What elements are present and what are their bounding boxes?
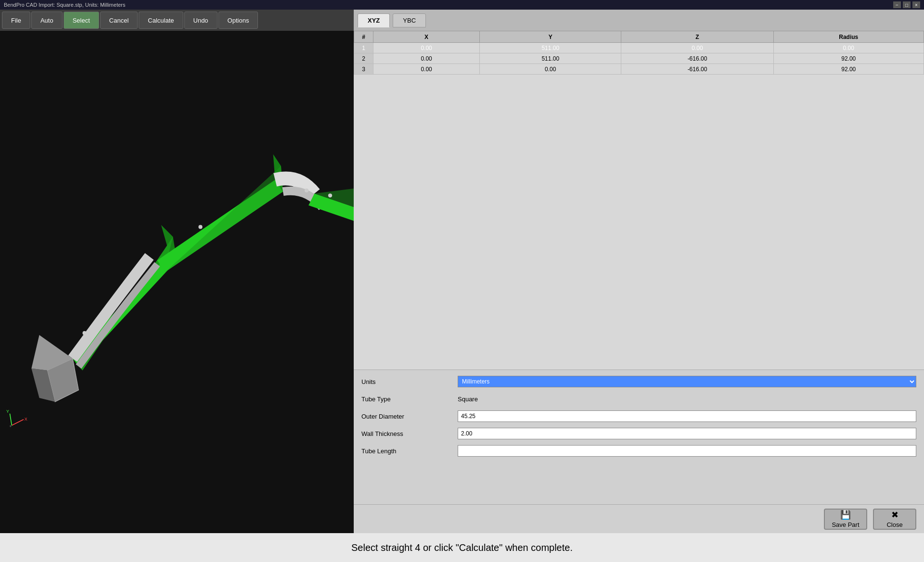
tube-type-row: Tube Type Square xyxy=(361,392,916,406)
properties-panel: Units Millimeters Inches Tube Type Squar… xyxy=(354,370,924,504)
svg-point-18 xyxy=(328,193,332,197)
tube-length-input[interactable] xyxy=(458,445,916,457)
table-row[interactable]: 3 0.00 0.00 -616.00 92.00 xyxy=(354,64,924,75)
outer-diameter-input[interactable] xyxy=(458,410,916,422)
bottom-buttons: 💾 Save Part ✖ Close xyxy=(354,504,924,533)
right-panel: XYZ YBC # X Y Z Radius 1 0.00 511.00 0.0… xyxy=(354,10,924,533)
tab-bar: XYZ YBC xyxy=(354,10,924,31)
table-row[interactable]: 2 0.00 511.00 -616.00 92.00 xyxy=(354,53,924,64)
col-header-x: X xyxy=(373,31,480,43)
tube-model-svg: Origin X Y + xyxy=(0,31,354,533)
col-header-radius: Radius xyxy=(773,31,924,43)
tube-length-label: Tube Length xyxy=(361,447,458,455)
tube-type-value: Square xyxy=(458,396,916,403)
menu-select[interactable]: Select xyxy=(64,12,99,29)
wall-thickness-label: Wall Thickness xyxy=(361,430,458,437)
close-btn[interactable]: × xyxy=(912,1,920,8)
menu-calculate[interactable]: Calculate xyxy=(139,12,183,29)
cell-y: 0.00 xyxy=(480,64,621,75)
menu-file[interactable]: File xyxy=(2,12,30,29)
title-text: BendPro CAD Import: Square.stp, Units: M… xyxy=(4,2,125,8)
menu-options[interactable]: Options xyxy=(218,12,258,29)
cell-radius: 92.00 xyxy=(773,53,924,64)
cell-z: -616.00 xyxy=(621,64,773,75)
cell-radius: 0.00 xyxy=(773,43,924,53)
units-row: Units Millimeters Inches xyxy=(361,375,916,388)
col-header-num: # xyxy=(354,31,373,43)
status-bar: Select straight 4 or click "Calculate" w… xyxy=(0,533,924,562)
wall-thickness-row: Wall Thickness xyxy=(361,427,916,440)
save-part-button[interactable]: 💾 Save Part xyxy=(824,509,867,530)
cell-num: 1 xyxy=(354,43,373,53)
3d-viewport[interactable]: Origin X Y + xyxy=(0,31,354,533)
table-header-row: # X Y Z Radius xyxy=(354,31,924,43)
status-message: Select straight 4 or click "Calculate" w… xyxy=(351,542,573,553)
tube-type-label: Tube Type xyxy=(361,396,458,403)
cell-z: 0.00 xyxy=(621,43,773,53)
save-icon: 💾 xyxy=(840,510,851,520)
close-label: Close xyxy=(886,521,902,528)
cell-y: 511.00 xyxy=(480,43,621,53)
table-body: 1 0.00 511.00 0.00 0.00 2 0.00 511.00 -6… xyxy=(354,43,924,75)
cell-z: -616.00 xyxy=(621,53,773,64)
minimize-btn[interactable]: − xyxy=(893,1,901,8)
col-header-y: Y xyxy=(480,31,621,43)
cell-num: 3 xyxy=(354,64,373,75)
svg-text:+: + xyxy=(10,424,12,429)
units-select[interactable]: Millimeters Inches xyxy=(458,376,916,387)
cell-x: 0.00 xyxy=(373,53,480,64)
outer-diameter-label: Outer Diameter xyxy=(361,413,458,420)
cell-x: 0.00 xyxy=(373,43,480,53)
coordinate-table: # X Y Z Radius 1 0.00 511.00 0.00 0.00 2… xyxy=(354,31,924,75)
close-button[interactable]: ✖ Close xyxy=(873,509,916,530)
titlebar: BendPro CAD Import: Square.stp, Units: M… xyxy=(0,0,924,10)
maximize-btn[interactable]: □ xyxy=(903,1,911,8)
svg-text:Y: Y xyxy=(6,409,9,414)
svg-point-20 xyxy=(198,225,202,229)
outer-diameter-row: Outer Diameter xyxy=(361,409,916,423)
cell-y: 511.00 xyxy=(480,53,621,64)
data-table-container: # X Y Z Radius 1 0.00 511.00 0.00 0.00 2… xyxy=(354,31,924,370)
menu-auto[interactable]: Auto xyxy=(31,12,63,29)
menu-cancel[interactable]: Cancel xyxy=(100,12,138,29)
col-header-z: Z xyxy=(621,31,773,43)
svg-point-22 xyxy=(83,331,87,335)
window-controls[interactable]: − □ × xyxy=(893,1,920,8)
tab-ybc[interactable]: YBC xyxy=(393,13,426,27)
menu-undo[interactable]: Undo xyxy=(184,12,218,29)
units-label: Units xyxy=(361,378,458,385)
wall-thickness-input[interactable] xyxy=(458,428,916,439)
svg-text:X: X xyxy=(25,417,27,422)
tube-length-row: Tube Length xyxy=(361,444,916,458)
svg-point-21 xyxy=(120,286,124,290)
tab-xyz[interactable]: XYZ xyxy=(358,13,390,27)
close-icon: ✖ xyxy=(891,510,898,520)
cell-radius: 92.00 xyxy=(773,64,924,75)
cell-x: 0.00 xyxy=(373,64,480,75)
cell-num: 2 xyxy=(354,53,373,64)
svg-point-19 xyxy=(305,189,308,192)
table-row[interactable]: 1 0.00 511.00 0.00 0.00 xyxy=(354,43,924,53)
save-part-label: Save Part xyxy=(832,521,859,528)
